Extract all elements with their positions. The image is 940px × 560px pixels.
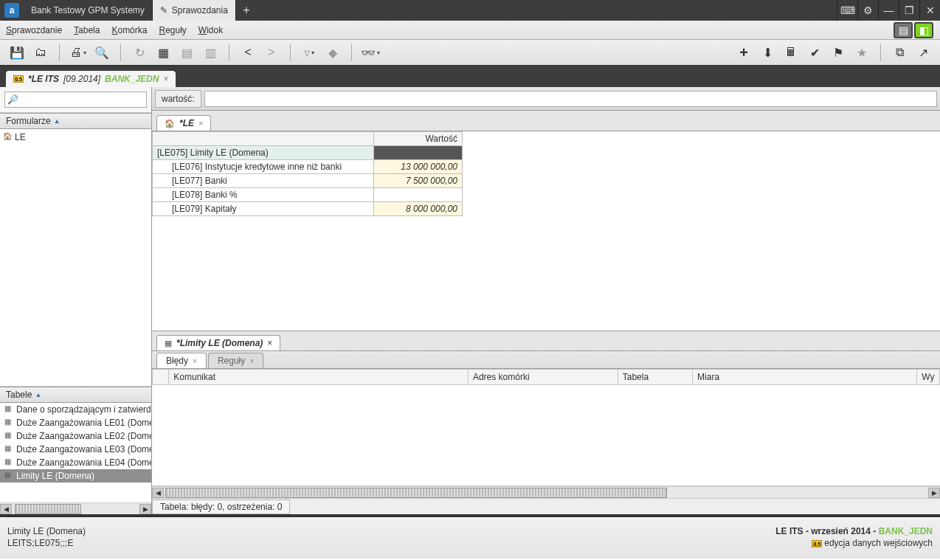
table-icon[interactable]: ▤	[177, 43, 196, 62]
err-scroll-thumb[interactable]	[165, 488, 667, 498]
view-toggle-2[interactable]: ◧	[914, 22, 933, 38]
lower-tab-close-icon[interactable]: ×	[267, 338, 272, 348]
title-tab-sprawozdania[interactable]: ✎ Sprawozdania	[153, 0, 236, 21]
grid-row[interactable]: [LE079] Kapitały8 000 000,00	[153, 202, 463, 216]
err-scroll-right-icon[interactable]: ▶	[928, 488, 940, 498]
keyboard-icon[interactable]: ⌨	[837, 0, 857, 21]
err-col-header[interactable]: Adres komórki	[468, 370, 618, 385]
grid-row[interactable]: [LE077] Banki7 500 000,00	[153, 174, 463, 188]
err-grid[interactable]: KomunikatAdres komórkiTabelaMiaraWy	[152, 369, 940, 486]
doc-tab-leits[interactable]: 0.5 *LE ITS [09.2014] BANK_JEDN ×	[6, 71, 176, 87]
refresh-icon[interactable]: ↻	[130, 43, 149, 62]
binoculars-icon[interactable]: 👓	[361, 43, 380, 62]
print-preview-icon[interactable]: 🔍	[92, 43, 111, 62]
tree-item-le[interactable]: LE	[0, 131, 151, 144]
print-icon[interactable]: 🖨	[69, 43, 88, 62]
doc-tabbar: 0.5 *LE ITS [09.2014] BANK_JEDN ×	[0, 66, 940, 87]
err-col-header[interactable]	[153, 370, 169, 385]
err-tab-reguly-label: Reguły	[218, 356, 245, 366]
grid-row-label: [LE075] Limity LE (Domena)	[153, 146, 374, 160]
tabele-item-1[interactable]: Duże Zaangażowania LE01 (Dome	[0, 416, 151, 429]
scroll-thumb[interactable]	[15, 504, 81, 514]
sheet-tab-close-icon[interactable]: ×	[198, 119, 203, 128]
menu-komorka[interactable]: Komórka	[111, 25, 147, 35]
grid-row-value[interactable]: 13 000 000,00	[374, 160, 463, 174]
err-col-header[interactable]: Wy	[917, 370, 940, 385]
tabele-item-3[interactable]: Duże Zaangażowania LE03 (Dome	[0, 443, 151, 456]
grid-row-value[interactable]	[374, 188, 463, 202]
tabele-item-5[interactable]: Limity LE (Domena)	[0, 469, 151, 483]
err-hscrollbar[interactable]: ◀ ▶	[152, 486, 940, 498]
close-button[interactable]: ✕	[919, 0, 940, 21]
check-icon[interactable]: ✔	[805, 43, 824, 62]
tabele-header[interactable]: Tabele ▲	[0, 387, 151, 403]
redo-icon[interactable]: >	[262, 43, 281, 62]
search-icon: 🔎	[7, 94, 18, 105]
err-scroll-left-icon[interactable]: ◀	[152, 488, 164, 498]
download-icon[interactable]: ⬇	[758, 43, 777, 62]
sheet-tab-label: *LE	[179, 118, 194, 128]
grid-row[interactable]: [LE075] Limity LE (Domena)	[153, 146, 463, 160]
err-status-text: Tabela: błędy: 0, ostrzeżenia: 0	[152, 499, 290, 514]
search-input[interactable]	[4, 91, 147, 108]
plus-icon[interactable]: +	[734, 43, 753, 62]
err-tab-reguly-close-icon[interactable]: ×	[249, 357, 254, 365]
formularze-header[interactable]: Formularze ▲	[0, 113, 151, 129]
link-icon[interactable]: ⧉	[890, 43, 909, 62]
view-toggle-1[interactable]: ▤	[894, 22, 913, 38]
grid-row-value[interactable]: 7 500 000,00	[374, 174, 463, 188]
export-icon[interactable]: ↗	[913, 43, 933, 62]
value-input[interactable]	[204, 91, 937, 107]
statusbar: Limity LE (Domena) LEITS;LE075;;;E LE IT…	[0, 517, 940, 559]
left-hscrollbar[interactable]: ◀ ▶	[0, 502, 151, 514]
app-logo: a	[4, 3, 19, 18]
saveall-icon[interactable]: 🗂	[31, 43, 50, 62]
grid-icon[interactable]: ▦	[153, 43, 173, 62]
star-icon[interactable]: ★	[852, 43, 871, 62]
grid-row[interactable]: [LE078] Banki %	[153, 188, 463, 202]
maximize-button[interactable]: ❐	[899, 0, 919, 21]
grid[interactable]: Wartość [LE075] Limity LE (Domena)[LE076…	[152, 131, 940, 331]
title-tab-bank[interactable]: Bank Testowy GPM Systemy	[24, 0, 153, 21]
menu-sprawozdanie[interactable]: Sprawozdanie	[6, 25, 62, 35]
scroll-right-icon[interactable]: ▶	[139, 504, 151, 514]
tabele-item-2[interactable]: Duże Zaangażowania LE02 (Dome	[0, 429, 151, 443]
err-col-header[interactable]: Tabela	[618, 370, 692, 385]
grid-row-value[interactable]	[374, 146, 463, 160]
grid-row[interactable]: [LE076] Instytucje kredytowe inne niż ba…	[153, 160, 463, 174]
right-panel: wartość: 🏠 *LE × Wartość [LE075] Limity …	[152, 87, 940, 514]
calculator-icon[interactable]: 🖩	[781, 43, 801, 62]
grid-row-value[interactable]: 8 000 000,00	[374, 202, 463, 216]
formularze-label: Formularze	[6, 116, 51, 126]
minimize-button[interactable]: —	[878, 0, 899, 21]
gear-icon[interactable]: ⚙	[857, 0, 878, 21]
err-col-header[interactable]: Miara	[693, 370, 917, 385]
add-tab-button[interactable]: +	[236, 0, 257, 21]
tabele-item-4[interactable]: Duże Zaangażowania LE04 (Dome	[0, 456, 151, 469]
err-tab-bledy-close-icon[interactable]: ×	[193, 357, 197, 365]
err-tab-reguly[interactable]: Reguły ×	[208, 353, 263, 368]
lower-tab-limity[interactable]: *Limity LE (Domena) ×	[156, 335, 280, 350]
home-icon: 🏠	[165, 119, 175, 128]
undo-icon[interactable]: <	[238, 43, 258, 62]
sort-icon[interactable]: ◆	[323, 43, 342, 62]
err-tabbar: Błędy × Reguły ×	[152, 351, 940, 369]
flag-icon[interactable]: ⚑	[829, 43, 848, 62]
grid-row-label: [LE076] Instytucje kredytowe inne niż ba…	[153, 160, 374, 174]
tableadd-icon[interactable]: ▥	[201, 43, 220, 62]
err-col-header[interactable]: Komunikat	[169, 370, 469, 385]
err-status-bar: Tabela: błędy: 0, ostrzeżenia: 0	[152, 498, 940, 514]
scroll-left-icon[interactable]: ◀	[0, 504, 12, 514]
menu-widok[interactable]: Widok	[198, 25, 223, 35]
sheet-tab-le[interactable]: 🏠 *LE ×	[156, 115, 211, 131]
collapse-up-icon-2: ▲	[35, 391, 41, 398]
menu-tabela[interactable]: Tabela	[74, 25, 100, 35]
error-panel: Błędy × Reguły × KomunikatAdres komórkiT…	[152, 351, 940, 514]
doc-tab-close-icon[interactable]: ×	[163, 74, 168, 84]
filter-icon[interactable]: ▿	[300, 43, 319, 62]
doc-tab-date: [09.2014]	[63, 74, 100, 84]
tabele-item-0[interactable]: Dane o sporządzającym i zatwierd	[0, 403, 151, 416]
err-tab-bledy[interactable]: Błędy ×	[156, 353, 207, 368]
save-icon[interactable]: 💾	[7, 43, 27, 62]
menu-reguly[interactable]: Reguły	[159, 25, 186, 35]
